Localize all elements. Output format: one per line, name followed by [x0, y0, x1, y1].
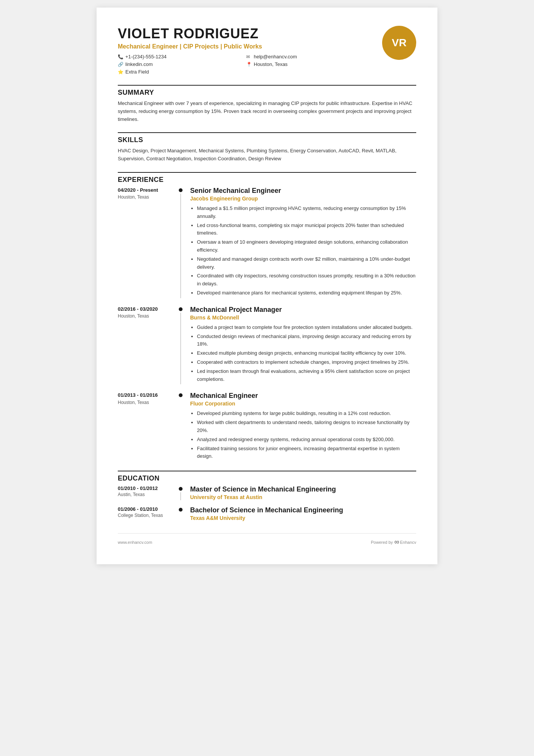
bullet-item: Guided a project team to complete four f… [197, 324, 416, 332]
exp-job-title: Mechanical Project Manager [190, 306, 416, 314]
edu-line [180, 492, 181, 500]
experience-item: 02/2016 - 03/2020 Houston, Texas Mechani… [118, 306, 416, 385]
contact-extra: ⭐ Extra Field [118, 69, 246, 75]
footer: www.enhancv.com Powered by ∞ Enhancv [118, 533, 416, 546]
skills-section: SKILLS HVAC Design, Project Management, … [118, 132, 416, 163]
contact-location: 📍 Houston, Texas [246, 61, 375, 67]
experience-item: 04/2020 - Present Houston, Texas Senior … [118, 187, 416, 298]
education-item: 01/2006 - 01/2010 College Station, Texas… [118, 506, 416, 521]
bullet-item: Managed a $1.5 million project improving… [197, 205, 416, 221]
bullet-item: Conducted design reviews of mechanical p… [197, 333, 416, 349]
skills-text: HVAC Design, Project Management, Mechani… [118, 147, 416, 163]
email-text: help@enhancv.com [254, 54, 297, 59]
skills-title: SKILLS [118, 136, 416, 144]
edu-degree: Bachelor of Science in Mechanical Engine… [190, 506, 416, 514]
summary-section: SUMMARY Mechanical Engineer with over 7 … [118, 85, 416, 123]
summary-divider [118, 85, 416, 86]
candidate-title: Mechanical Engineer | CIP Projects | Pub… [118, 43, 375, 50]
exp-divider-col [176, 392, 185, 462]
footer-brand: Powered by ∞ Enhancv [371, 538, 416, 546]
header-left: VIOLET RODRIGUEZ Mechanical Engineer | C… [118, 26, 375, 76]
exp-divider-col [176, 306, 185, 385]
avatar: VR [382, 26, 416, 60]
exp-date: 02/2016 - 03/2020 [118, 306, 173, 313]
edu-dot [179, 487, 183, 491]
exp-divider-col [176, 187, 185, 298]
exp-job-title: Senior Mechanical Engineer [190, 187, 416, 195]
exp-location: Houston, Texas [118, 313, 173, 319]
exp-bullets: Guided a project team to complete four f… [190, 324, 416, 383]
bullet-item: Executed multiple plumbing design projec… [197, 349, 416, 357]
summary-text: Mechanical Engineer with over 7 years of… [118, 100, 416, 123]
location-text: Houston, Texas [254, 61, 287, 67]
bullet-item: Coordinated with city inspectors, resolv… [197, 272, 416, 288]
footer-url: www.enhancv.com [118, 540, 152, 545]
exp-dot [179, 307, 183, 311]
skills-divider [118, 132, 416, 133]
exp-company: Burns & McDonnell [190, 315, 416, 321]
bullet-item: Worked with client departments to unders… [197, 419, 416, 435]
candidate-name: VIOLET RODRIGUEZ [118, 26, 375, 42]
powered-by-text: Powered by [371, 540, 393, 545]
brand-name: Enhancv [400, 540, 416, 545]
education-divider [118, 471, 416, 471]
exp-company: Jacobs Engineering Group [190, 196, 416, 202]
edu-right: Master of Science in Mechanical Engineer… [185, 485, 416, 500]
enhancv-infinity-icon: ∞ [394, 538, 398, 546]
bullet-item: Analyzed and redesigned energy systems, … [197, 436, 416, 444]
edu-divider-col [176, 485, 185, 500]
edu-location: College Station, Texas [118, 513, 173, 518]
location-icon: 📍 [246, 62, 251, 67]
education-title: EDUCATION [118, 474, 416, 482]
resume-page: VIOLET RODRIGUEZ Mechanical Engineer | C… [97, 8, 437, 564]
phone-icon: 📞 [118, 54, 123, 59]
exp-line [180, 194, 181, 298]
exp-location: Houston, Texas [118, 194, 173, 200]
exp-right: Mechanical Engineer Fluor Corporation De… [185, 392, 416, 462]
experience-container: 04/2020 - Present Houston, Texas Senior … [118, 187, 416, 462]
email-icon: ✉ [246, 54, 251, 59]
education-container: 01/2010 - 01/2012 Austin, Texas Master o… [118, 485, 416, 521]
linkedin-text: linkedin.com [125, 61, 153, 67]
edu-divider-col [176, 506, 185, 521]
bullet-item: Led inspection team through final evalua… [197, 368, 416, 383]
exp-company: Fluor Corporation [190, 401, 416, 407]
exp-bullets: Developed plumbing systems for large pub… [190, 410, 416, 460]
exp-left: 01/2013 - 01/2016 Houston, Texas [118, 392, 176, 462]
exp-right: Senior Mechanical Engineer Jacobs Engine… [185, 187, 416, 298]
exp-bullets: Managed a $1.5 million project improving… [190, 205, 416, 297]
exp-date: 04/2020 - Present [118, 187, 173, 194]
edu-location: Austin, Texas [118, 492, 173, 497]
contact-phone: 📞 +1-(234)-555-1234 [118, 54, 246, 59]
bullet-item: Developed plumbing systems for large pub… [197, 410, 416, 418]
education-section: EDUCATION 01/2010 - 01/2012 Austin, Texa… [118, 471, 416, 521]
edu-date: 01/2006 - 01/2010 [118, 506, 173, 512]
edu-degree: Master of Science in Mechanical Engineer… [190, 485, 416, 493]
contact-linkedin: 🔗 linkedin.com [118, 61, 246, 67]
edu-left: 01/2010 - 01/2012 Austin, Texas [118, 485, 176, 500]
contact-email: ✉ help@enhancv.com [246, 54, 375, 59]
exp-location: Houston, Texas [118, 400, 173, 405]
bullet-item: Developed maintenance plans for mechanic… [197, 289, 416, 297]
exp-left: 02/2016 - 03/2020 Houston, Texas [118, 306, 176, 385]
extra-text: Extra Field [125, 69, 149, 75]
summary-title: SUMMARY [118, 89, 416, 97]
edu-school: University of Texas at Austin [190, 494, 416, 500]
exp-dot [179, 393, 183, 397]
bullet-item: Led cross-functional teams, completing s… [197, 222, 416, 238]
exp-left: 04/2020 - Present Houston, Texas [118, 187, 176, 298]
edu-left: 01/2006 - 01/2010 College Station, Texas [118, 506, 176, 521]
exp-right: Mechanical Project Manager Burns & McDon… [185, 306, 416, 385]
edu-date: 01/2010 - 01/2012 [118, 485, 173, 491]
experience-section: EXPERIENCE 04/2020 - Present Houston, Te… [118, 172, 416, 462]
exp-line [180, 313, 181, 385]
header: VIOLET RODRIGUEZ Mechanical Engineer | C… [118, 26, 416, 76]
extra-icon: ⭐ [118, 69, 123, 75]
linkedin-icon: 🔗 [118, 62, 123, 67]
edu-dot [179, 508, 183, 512]
edu-school: Texas A&M University [190, 515, 416, 521]
contact-grid: 📞 +1-(234)-555-1234 ✉ help@enhancv.com 🔗… [118, 54, 375, 76]
exp-date: 01/2013 - 01/2016 [118, 392, 173, 399]
edu-right: Bachelor of Science in Mechanical Engine… [185, 506, 416, 521]
bullet-item: Cooperated with contractors to implement… [197, 358, 416, 366]
